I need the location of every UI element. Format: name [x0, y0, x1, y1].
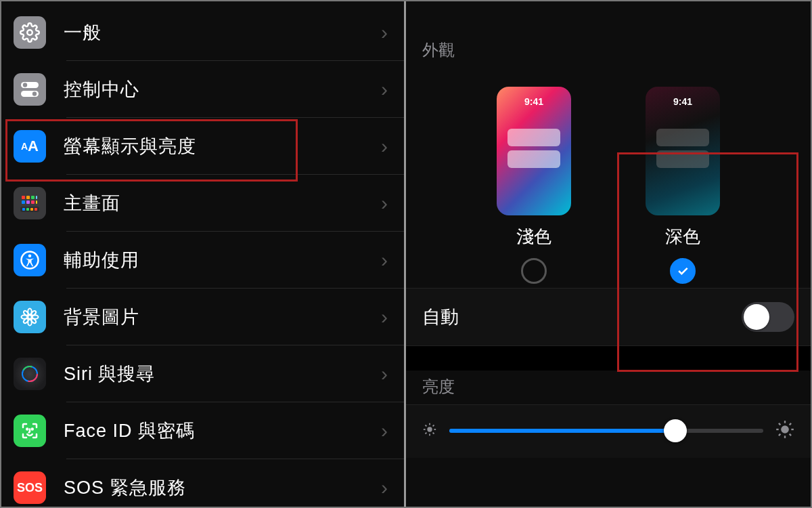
- appearance-preview-light: 9:41: [497, 87, 571, 215]
- preview-widget: [508, 129, 560, 146]
- preview-time: 9:41: [646, 96, 720, 107]
- svg-rect-12: [36, 200, 37, 204]
- chevron-right-icon: ›: [381, 476, 388, 499]
- chevron-right-icon: ›: [381, 21, 388, 44]
- display-brightness-pane: 外觀 9:41 淺色 9:41 深色: [406, 1, 811, 507]
- svg-line-48: [779, 423, 780, 425]
- appearance-label-light: 淺色: [516, 225, 551, 249]
- svg-line-39: [425, 425, 426, 426]
- svg-rect-14: [22, 208, 25, 211]
- settings-row-label: 一般: [64, 20, 381, 45]
- sun-small-icon: [422, 422, 437, 440]
- settings-row-control-center[interactable]: 控制中心 ›: [1, 61, 404, 118]
- settings-row-wallpaper[interactable]: 背景圖片 ›: [1, 289, 404, 345]
- settings-list: 一般 › 控制中心 › AA 螢幕顯示與亮度 ›: [1, 1, 404, 507]
- svg-line-41: [425, 433, 426, 434]
- settings-row-home-screen[interactable]: 主畫面 ›: [1, 175, 404, 232]
- preview-widget: [508, 150, 560, 168]
- preview-time: 9:41: [497, 96, 571, 107]
- face-id-icon: [14, 415, 46, 447]
- svg-rect-6: [26, 196, 30, 199]
- auto-switch[interactable]: [742, 302, 794, 332]
- svg-line-49: [790, 434, 791, 436]
- settings-row-sos[interactable]: SOS SOS 緊急服務 ›: [1, 459, 404, 507]
- chevron-right-icon: ›: [381, 305, 388, 329]
- settings-row-label: 螢幕顯示與亮度: [64, 134, 381, 158]
- slider-thumb[interactable]: [664, 419, 687, 442]
- appearance-preview-dark: 9:41: [646, 87, 720, 215]
- home-grid-icon: [14, 187, 46, 219]
- flower-icon: [14, 301, 46, 333]
- svg-rect-15: [26, 208, 29, 211]
- svg-rect-11: [31, 200, 35, 204]
- svg-line-50: [779, 434, 780, 436]
- svg-line-42: [433, 425, 434, 426]
- appearance-option-light[interactable]: 9:41 淺色: [497, 87, 571, 284]
- switch-knob: [744, 304, 769, 330]
- slider-fill: [449, 429, 675, 433]
- appearance-option-dark[interactable]: 9:41 深色: [646, 87, 720, 284]
- settings-row-label: 背景圖片: [64, 305, 381, 329]
- sos-icon: SOS: [14, 471, 46, 504]
- svg-point-33: [32, 429, 33, 430]
- settings-list-pane: 一般 › 控制中心 › AA 螢幕顯示與亮度 ›: [1, 1, 406, 507]
- svg-rect-8: [36, 196, 37, 199]
- preview-widget: [656, 150, 709, 168]
- chevron-right-icon: ›: [381, 135, 388, 158]
- radio-dark[interactable]: [670, 258, 696, 284]
- settings-row-label: 輔助使用: [64, 248, 381, 272]
- settings-row-general[interactable]: 一般 ›: [1, 4, 404, 61]
- accessibility-icon: [14, 244, 46, 276]
- settings-row-label: SOS 緊急服務: [64, 475, 381, 500]
- radio-light[interactable]: [521, 258, 547, 284]
- auto-appearance-row[interactable]: 自動: [406, 288, 811, 346]
- svg-point-19: [28, 255, 32, 258]
- svg-rect-7: [31, 196, 35, 199]
- section-title-brightness: 亮度: [406, 371, 811, 404]
- svg-line-40: [433, 433, 434, 434]
- chevron-right-icon: ›: [381, 192, 388, 215]
- section-title-appearance: 外觀: [406, 1, 811, 68]
- appearance-label-dark: 深色: [665, 225, 700, 249]
- settings-row-display-brightness[interactable]: AA 螢幕顯示與亮度 ›: [1, 118, 404, 175]
- svg-rect-10: [26, 200, 30, 204]
- svg-point-43: [781, 425, 789, 433]
- preview-widget: [656, 129, 709, 146]
- chevron-right-icon: ›: [381, 249, 388, 272]
- gear-icon: [14, 16, 46, 49]
- toggles-icon: [14, 73, 46, 106]
- brightness-slider[interactable]: [449, 429, 763, 433]
- settings-row-label: Siri 與搜尋: [64, 362, 381, 386]
- svg-point-4: [32, 91, 37, 96]
- svg-point-0: [27, 30, 32, 35]
- appearance-chooser: 9:41 淺色 9:41 深色: [406, 68, 811, 288]
- auto-label: 自動: [422, 305, 459, 329]
- svg-point-34: [427, 427, 432, 431]
- brightness-row: [406, 404, 811, 458]
- text-size-icon: AA: [14, 130, 46, 163]
- settings-row-label: 主畫面: [64, 191, 381, 215]
- sun-large-icon: [775, 420, 794, 442]
- svg-rect-17: [35, 208, 37, 211]
- section-spacer: [406, 346, 811, 371]
- chevron-right-icon: ›: [381, 419, 388, 442]
- svg-rect-9: [22, 200, 25, 204]
- settings-row-siri[interactable]: Siri 與搜尋 ›: [1, 345, 404, 402]
- svg-point-2: [23, 83, 27, 87]
- chevron-right-icon: ›: [381, 362, 388, 385]
- sos-text: SOS: [17, 481, 43, 495]
- svg-point-32: [26, 429, 28, 430]
- settings-row-label: 控制中心: [64, 77, 381, 102]
- svg-point-20: [28, 315, 32, 319]
- siri-icon: [14, 358, 46, 390]
- svg-rect-5: [22, 196, 25, 199]
- svg-rect-16: [30, 208, 33, 211]
- settings-row-accessibility[interactable]: 輔助使用 ›: [1, 232, 404, 289]
- chevron-right-icon: ›: [381, 78, 388, 101]
- svg-line-51: [790, 423, 791, 425]
- settings-row-label: Face ID 與密碼: [64, 419, 381, 443]
- settings-row-face-id[interactable]: Face ID 與密碼 ›: [1, 402, 404, 459]
